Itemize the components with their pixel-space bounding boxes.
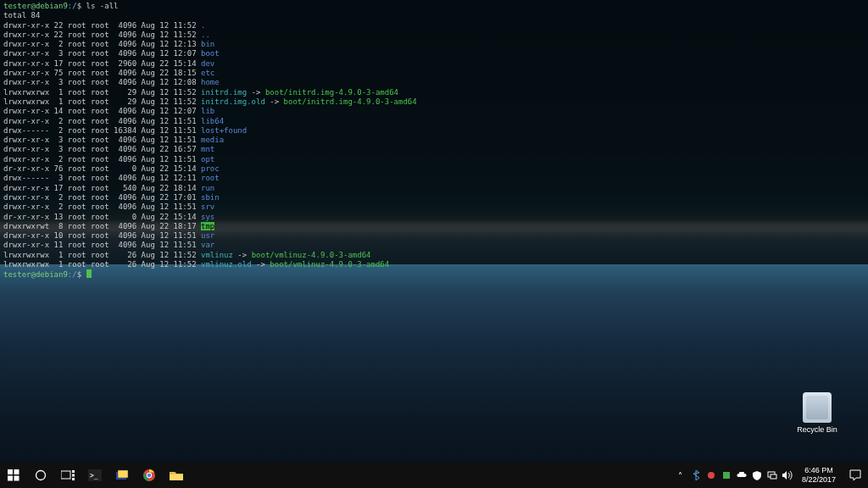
start-button[interactable] [0,463,27,488]
tray-onedrive-icon[interactable] [734,463,749,488]
folder-icon [170,469,183,481]
tray-volume-icon[interactable] [780,463,795,488]
chrome-icon [142,469,156,482]
recycle-bin-icon [803,392,832,423]
prompt-path: :/ [68,270,77,279]
svg-text:>_: >_ [90,472,98,480]
taskbar: >_ ˄ 6:46 PM 8/22/2017 [0,463,868,488]
prompt-symbol: $ [77,270,81,279]
putty-icon [115,469,129,481]
system-tray: ˄ 6:46 PM 8/22/2017 [673,463,868,488]
svg-point-15 [147,474,152,478]
windows-icon [8,469,19,481]
cursor [86,269,92,278]
prompt-user: tester@debian9 [3,270,68,279]
svg-rect-3 [14,476,19,481]
taskbar-clock[interactable]: 6:46 PM 8/22/2017 [795,466,843,485]
prompt-user: tester@debian9 [3,2,68,10]
svg-rect-17 [723,472,730,479]
svg-rect-8 [72,478,75,480]
task-view-button[interactable] [54,463,81,488]
prompt-symbol: $ [77,2,81,10]
svg-rect-6 [72,470,75,473]
svg-point-16 [708,472,715,479]
notification-icon [849,469,861,481]
svg-rect-7 [72,474,75,477]
tray-security-icon[interactable] [749,463,765,488]
tray-app-icon-green[interactable] [719,463,734,488]
svg-rect-5 [61,471,70,479]
ls-output: drwxr-xr-x 22 root root 4096 Aug 12 11:5… [3,21,417,269]
taskbar-app-bash[interactable]: >_ [81,463,108,488]
action-center-button[interactable] [843,463,868,488]
svg-rect-1 [14,469,19,474]
command-text: ls -all [86,2,119,10]
svg-rect-19 [771,474,776,479]
taskbar-app-putty[interactable] [108,463,136,488]
svg-rect-0 [8,469,13,474]
svg-point-4 [36,471,46,480]
svg-rect-12 [118,470,128,478]
tray-chevron[interactable]: ˄ [673,463,688,488]
taskbar-app-chrome[interactable] [136,463,163,488]
clock-date: 8/22/2017 [802,475,836,485]
prompt-path: :/ [68,2,77,10]
bash-icon: >_ [88,469,102,481]
tray-bluetooth-icon[interactable] [688,463,704,488]
svg-rect-2 [8,476,13,481]
tray-app-icon-red[interactable] [704,463,719,488]
recycle-bin-label: Recycle Bin [792,425,843,434]
taskbar-app-explorer[interactable] [163,463,190,488]
task-view-icon [61,470,75,480]
cortana-button[interactable] [27,463,54,488]
cortana-icon [35,469,47,481]
terminal-window[interactable]: tester@debian9:/$ ls -all total 84 drwxr… [0,0,868,264]
clock-time: 6:46 PM [802,466,836,475]
total-line: total 84 [3,11,40,19]
recycle-bin[interactable]: Recycle Bin [792,392,843,434]
tray-network-icon[interactable] [765,463,780,488]
